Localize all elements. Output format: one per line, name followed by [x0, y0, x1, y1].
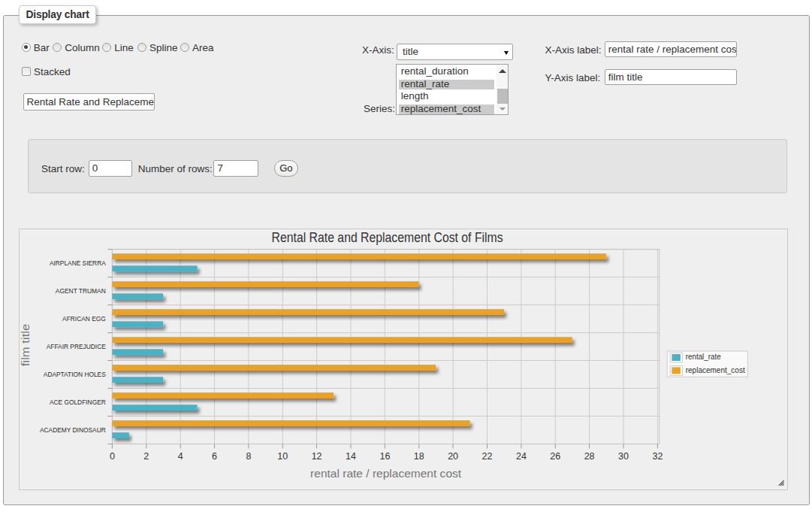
svg-text:rental_rate: rental_rate	[686, 352, 721, 361]
svg-text:ACE GOLDFINGER: ACE GOLDFINGER	[50, 398, 106, 406]
svg-text:AGENT TRUMAN: AGENT TRUMAN	[56, 287, 106, 295]
svg-text:4: 4	[178, 451, 183, 462]
svg-text:32: 32	[652, 451, 663, 462]
svg-text:ADAPTATION HOLES: ADAPTATION HOLES	[44, 371, 106, 378]
svg-text:6: 6	[212, 451, 217, 462]
svg-text:26: 26	[550, 451, 560, 462]
svg-text:0: 0	[110, 451, 115, 462]
svg-text:22: 22	[482, 451, 493, 462]
svg-text:24: 24	[516, 451, 527, 462]
svg-text:AFFAIR PREJUDICE: AFFAIR PREJUDICE	[47, 343, 106, 350]
svg-text:12: 12	[312, 451, 322, 462]
svg-text:AFRICAN EGG: AFRICAN EGG	[62, 315, 106, 323]
svg-text:18: 18	[414, 451, 424, 462]
svg-text:AIRPLANE SIERRA: AIRPLANE SIERRA	[50, 259, 106, 267]
svg-text:28: 28	[584, 451, 595, 462]
svg-text:30: 30	[618, 451, 629, 462]
svg-text:ACADEMY DINOSAUR: ACADEMY DINOSAUR	[40, 426, 106, 434]
svg-text:2: 2	[143, 451, 149, 462]
svg-text:rental rate / replacement cost: rental rate / replacement cost	[310, 467, 462, 480]
svg-text:replacement_cost: replacement_cost	[686, 365, 745, 374]
svg-text:Rental Rate and Replacement Co: Rental Rate and Replacement Cost of Film…	[272, 230, 503, 245]
svg-text:20: 20	[448, 451, 458, 462]
svg-text:14: 14	[346, 451, 356, 462]
svg-text:film title: film title	[20, 324, 32, 366]
svg-text:8: 8	[246, 451, 251, 462]
svg-text:16: 16	[379, 451, 390, 462]
svg-text:10: 10	[277, 451, 288, 462]
